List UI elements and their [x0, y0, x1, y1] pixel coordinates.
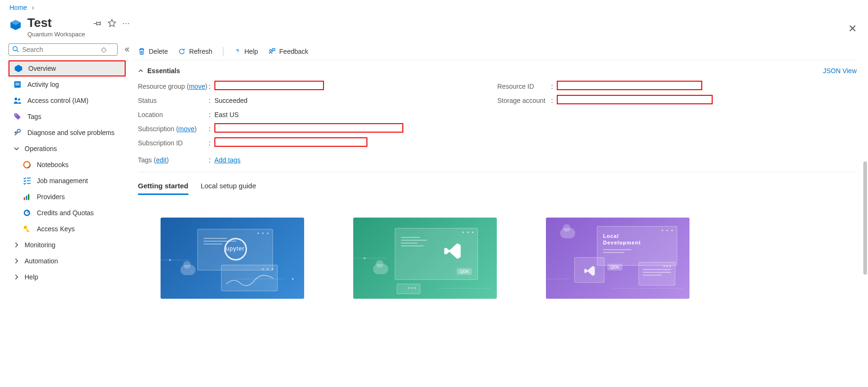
button-label: Delete [149, 48, 168, 55]
gauge-icon [23, 209, 31, 217]
svg-rect-6 [16, 83, 20, 84]
main-content: Delete Refresh Help Feedback Essentials … [134, 43, 868, 387]
resource-group-value-redacted [214, 81, 324, 90]
separator [223, 47, 223, 56]
move-link[interactable]: move [179, 125, 195, 133]
sidebar-item-label: Diagnose and solve problems [27, 129, 114, 136]
json-view-link[interactable]: JSON View [823, 67, 857, 75]
card-jupyter[interactable]: ● ● ● jupyter ● ● ● [161, 218, 304, 299]
sidebar-item-label: Job management [37, 177, 88, 185]
help-button[interactable]: Help [234, 48, 258, 55]
svg-point-22 [364, 257, 366, 259]
sidebar: ◇ Overview Activity log Access control (… [0, 43, 134, 387]
checklist-icon [23, 177, 31, 185]
svg-rect-15 [28, 194, 29, 200]
sidebar-item-label: Credits and Quotas [37, 209, 94, 217]
card-vscode[interactable]: ● ● ● QDK ●●● [353, 218, 497, 299]
page-subtitle: Quantum Workspace [27, 31, 85, 38]
key-icon [23, 225, 31, 233]
essentials-body: Resource group (move) : Status : Succeed… [138, 79, 857, 172]
move-link[interactable]: move [189, 83, 205, 90]
sidebar-item-job-management[interactable]: Job management [9, 173, 126, 189]
tags-label: Tags (edit) [138, 156, 209, 164]
page-title: Test [27, 16, 85, 30]
chevron-right-icon [13, 274, 20, 280]
edit-link[interactable]: edit [156, 156, 167, 164]
svg-point-20 [169, 259, 171, 261]
chart-icon [23, 193, 31, 201]
button-label: Help [245, 48, 258, 55]
pin-icon[interactable] [94, 19, 102, 27]
tab-getting-started[interactable]: Getting started [138, 182, 188, 195]
sidebar-group-automation[interactable]: Automation [9, 253, 126, 269]
sidebar-item-overview[interactable]: Overview [9, 60, 126, 76]
tab-local-setup[interactable]: Local setup guide [201, 182, 256, 195]
people-icon [13, 96, 22, 105]
sidebar-group-monitoring[interactable]: Monitoring [9, 237, 126, 253]
sidebar-item-label: Access Keys [37, 225, 75, 233]
sidebar-group-help[interactable]: Help [9, 269, 126, 285]
sidebar-item-diagnose[interactable]: Diagnose and solve problems [9, 125, 126, 141]
storage-account-value-redacted [557, 95, 713, 104]
location-label: Location [138, 111, 209, 118]
subscription-value-redacted [214, 123, 403, 133]
sort-icon[interactable]: ◇ [101, 45, 107, 54]
feedback-button[interactable]: Feedback [268, 48, 308, 55]
sidebar-item-access-keys[interactable]: Access Keys [9, 221, 126, 237]
svg-point-10 [16, 114, 17, 115]
refresh-button[interactable]: Refresh [178, 48, 212, 55]
content-tabs: Getting started Local setup guide [138, 182, 857, 195]
sidebar-item-access-control[interactable]: Access control (IAM) [9, 93, 126, 109]
sidebar-item-credits-quotas[interactable]: Credits and Quotas [9, 205, 126, 221]
delete-button[interactable]: Delete [138, 48, 168, 55]
collapse-sidebar-icon[interactable] [123, 46, 130, 53]
svg-rect-7 [16, 84, 20, 85]
sidebar-item-label: Tags [27, 113, 42, 120]
sidebar-item-tags[interactable]: Tags [9, 109, 126, 125]
status-label: Status [138, 97, 209, 104]
chevron-right-icon: › [32, 4, 34, 11]
breadcrumb: Home › [0, 0, 868, 13]
essentials-title: Essentials [147, 67, 180, 75]
subscription-label: Subscription (move) [138, 125, 209, 133]
quantum-workspace-icon [9, 19, 22, 31]
sidebar-item-label: Monitoring [25, 241, 55, 249]
wrench-icon [13, 128, 22, 137]
getting-started-cards: ● ● ● jupyter ● ● ● ● ● ● QDK [161, 218, 857, 299]
chevron-right-icon [13, 242, 20, 248]
svg-point-9 [18, 98, 20, 101]
sidebar-item-label: Operations [25, 145, 57, 152]
essentials-header[interactable]: Essentials [138, 67, 857, 75]
subscription-id-value-redacted [214, 137, 367, 147]
scrollbar[interactable] [863, 161, 867, 275]
sidebar-item-label: Activity log [27, 81, 59, 88]
resource-group-label: Resource group (move) [138, 83, 209, 90]
breadcrumb-home-link[interactable]: Home [9, 4, 27, 11]
notebook-icon [23, 160, 31, 169]
storage-account-label: Storage account [497, 97, 551, 104]
star-icon[interactable] [108, 19, 116, 27]
sidebar-item-providers[interactable]: Providers [9, 189, 126, 205]
add-tags-link[interactable]: Add tags [214, 156, 240, 164]
button-label: Feedback [279, 48, 308, 55]
subscription-id-label: Subscription ID [138, 139, 209, 147]
svg-line-3 [17, 50, 19, 52]
button-label: Refresh [189, 48, 212, 55]
sidebar-item-notebooks[interactable]: Notebooks [9, 157, 126, 173]
tag-icon [13, 112, 22, 121]
card-local-development[interactable]: ● ● ● Local Development QDK ●●● [546, 218, 689, 299]
sidebar-group-operations[interactable]: Operations [9, 141, 126, 157]
close-icon[interactable]: ✕ [848, 23, 857, 35]
search-icon [12, 46, 19, 52]
chevron-up-icon [138, 68, 144, 74]
page-header: Test Quantum Workspace ⋯ [0, 13, 868, 43]
sidebar-item-activity-log[interactable]: Activity log [9, 76, 126, 93]
status-value: Succeeded [214, 97, 247, 104]
refresh-icon [178, 48, 186, 55]
resource-id-label: Resource ID [497, 83, 551, 90]
svg-point-8 [15, 97, 17, 100]
location-value: East US [214, 111, 238, 118]
svg-point-18 [24, 226, 27, 229]
log-icon [13, 80, 22, 89]
more-icon[interactable]: ⋯ [122, 19, 130, 27]
